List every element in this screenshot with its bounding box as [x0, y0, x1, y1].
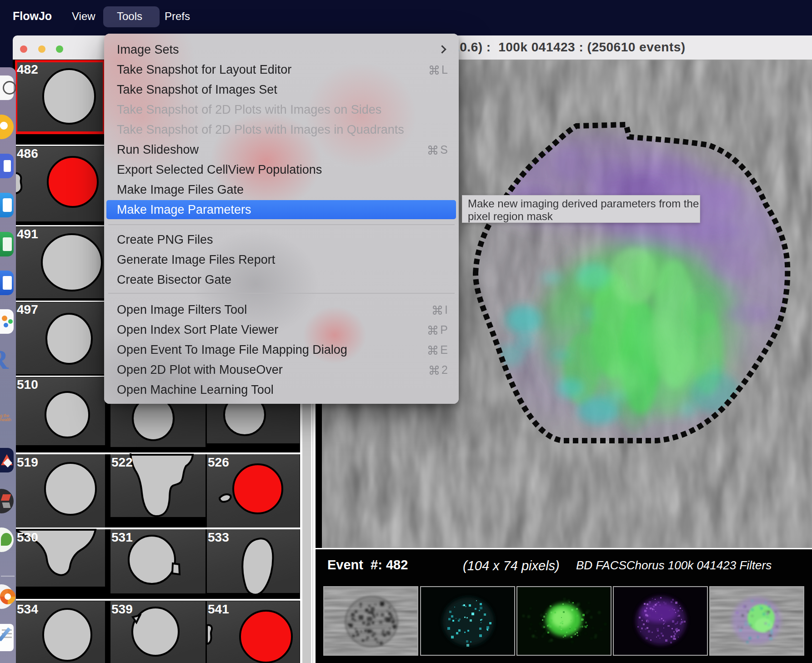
- svg-text:486: 486: [17, 146, 38, 161]
- svg-text:510: 510: [17, 377, 38, 392]
- svg-text:539: 539: [111, 602, 133, 616]
- svg-text:530: 530: [17, 530, 38, 544]
- svg-text:519: 519: [17, 455, 38, 469]
- svg-text:533: 533: [208, 530, 229, 544]
- svg-text:534: 534: [17, 602, 38, 616]
- svg-text:522: 522: [111, 455, 133, 469]
- svg-text:541: 541: [208, 602, 229, 616]
- svg-text:531: 531: [111, 530, 133, 544]
- svg-text:491: 491: [17, 227, 38, 241]
- svg-text:497: 497: [17, 302, 38, 316]
- svg-text:526: 526: [208, 455, 229, 469]
- svg-text:482: 482: [17, 62, 38, 76]
